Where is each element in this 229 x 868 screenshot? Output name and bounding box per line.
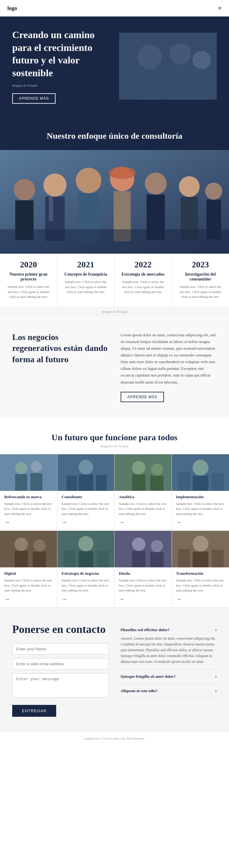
svg-rect-30 [0, 454, 57, 491]
svg-point-32 [31, 461, 42, 472]
faq-question-1[interactable]: Quisque fringilla sit amet dolor? › [121, 674, 217, 679]
service-title-7: Transformación [176, 571, 225, 576]
svg-point-8 [194, 45, 209, 60]
svg-rect-0 [119, 33, 217, 100]
navbar: logo ≡ [0, 0, 229, 17]
svg-point-21 [109, 167, 136, 179]
svg-rect-59 [96, 551, 109, 567]
service-title-2: Analítica [119, 495, 167, 499]
service-title-5: Estrategia de negocios [62, 571, 110, 576]
svg-point-42 [151, 463, 163, 476]
service-desc-0: Sample text. Click to select the text bo… [4, 501, 53, 517]
approach-freepik: Imagen de Freepik [0, 307, 229, 316]
faq-chevron-0: › [215, 627, 217, 632]
svg-point-27 [205, 183, 222, 200]
svg-point-6 [172, 41, 189, 58]
service-arrow-2[interactable]: → [119, 519, 124, 526]
svg-rect-9 [194, 60, 209, 86]
svg-rect-57 [79, 551, 93, 567]
svg-rect-38 [66, 476, 77, 491]
contact-email-input[interactable] [12, 658, 108, 670]
service-arrow-1[interactable]: → [62, 519, 67, 526]
svg-point-61 [132, 537, 146, 551]
service-desc-6: Sample text. Click to select the text bo… [119, 578, 167, 593]
svg-point-15 [44, 174, 66, 197]
timeline-cards: 2020 Nuestro primer gran proyecto Sample… [0, 254, 229, 307]
svg-point-4 [151, 43, 166, 59]
svg-rect-64 [150, 552, 164, 567]
timeline-card-0: 2020 Nuestro primer gran proyecto Sample… [0, 254, 57, 307]
svg-rect-2 [131, 61, 144, 85]
card-title-3: Investigación del consumidor [177, 272, 224, 282]
service-arrow-0[interactable]: → [4, 519, 10, 526]
year-0: 2020 [5, 260, 52, 270]
svg-point-13 [14, 179, 35, 200]
faq-question-text-2: Aliquam at sem odio? [121, 688, 158, 693]
svg-rect-47 [192, 476, 208, 491]
service-arrow-7[interactable]: → [176, 596, 182, 602]
service-cell-7: Transformación Sample text. Click to sel… [172, 531, 229, 608]
faq-question-text-1: Quisque fringilla sit amet dolor? [121, 674, 176, 679]
service-title-4: Digital [4, 571, 53, 576]
svg-rect-44 [150, 476, 164, 491]
svg-point-66 [192, 536, 208, 552]
hero-heading: Creando un camino para el crecimiento fu… [12, 29, 115, 79]
card-title-2: Estrategia de mercadeo [119, 272, 167, 277]
service-cell-6: Diseño Sample text. Click to select the … [115, 531, 172, 608]
service-arrow-6[interactable]: → [119, 596, 124, 602]
regen-cta-button[interactable]: APRENDE MÁS [121, 392, 164, 402]
svg-point-36 [79, 460, 93, 474]
year-3: 2023 [177, 260, 224, 270]
approach-section: Nuestro enfoque único de consultoría [0, 116, 229, 316]
svg-rect-69 [211, 550, 224, 567]
regen-body: Lorem ipsum dolor sit amet, consectetur … [121, 332, 217, 386]
hamburger-icon[interactable]: ≡ [218, 4, 222, 12]
submit-button[interactable]: ENTREGAR [12, 705, 56, 717]
hero-section: Creando un camino para el crecimiento fu… [0, 17, 229, 116]
contact-message-input[interactable] [12, 673, 108, 698]
hero-freepik-label: Imagen de Freepik [12, 84, 115, 87]
service-img-2 [115, 454, 172, 491]
svg-rect-50 [0, 531, 57, 567]
service-title-3: Implementación [176, 495, 225, 499]
svg-rect-67 [192, 552, 208, 567]
contact-heading: Ponerse en contacto [12, 623, 108, 636]
contact-section: Ponerse en contacto ENTREGAR Phasellus s… [0, 608, 229, 732]
svg-rect-48 [178, 472, 190, 491]
year-1: 2021 [62, 260, 110, 270]
hero-text: Creando un camino para el crecimiento fu… [12, 29, 115, 104]
future-freepik: Imágenes de Freepik [0, 444, 229, 448]
service-img-7 [172, 531, 229, 567]
svg-rect-7 [172, 58, 189, 85]
future-heading: Un futuro que funcione para todos [0, 433, 229, 444]
svg-point-31 [15, 462, 27, 474]
card-title-1: Concepto de franquicia [62, 272, 110, 277]
hero-image [115, 33, 217, 100]
svg-rect-63 [132, 551, 146, 567]
svg-rect-37 [79, 474, 93, 491]
service-img-3 [172, 454, 229, 491]
service-arrow-4[interactable]: → [4, 596, 10, 602]
service-arrow-5[interactable]: → [62, 596, 67, 602]
service-desc-3: Sample text. Click to select the text bo… [176, 501, 225, 517]
faq-question-0[interactable]: Phasellus sed efficitur dolor? › [121, 627, 217, 632]
contact-name-input[interactable] [12, 643, 108, 655]
hero-photo [119, 33, 217, 100]
svg-rect-11 [179, 58, 181, 70]
svg-point-51 [15, 537, 28, 551]
svg-rect-43 [132, 474, 146, 491]
future-section: Un futuro que funcione para todos Imágen… [0, 417, 229, 608]
service-desc-4: Sample text. Click to select the text bo… [4, 578, 53, 593]
service-arrow-3[interactable]: → [176, 519, 182, 526]
svg-rect-54 [33, 552, 46, 567]
svg-rect-39 [96, 475, 107, 491]
svg-rect-58 [63, 550, 76, 567]
hero-cta-button[interactable]: APRENDE MÁS [12, 93, 56, 104]
contact-left: Ponerse en contacto ENTREGAR [12, 623, 108, 717]
svg-rect-29 [0, 229, 229, 254]
service-desc-1: Sample text. Click to select the text bo… [62, 501, 110, 517]
service-title-6: Diseño [119, 571, 167, 576]
svg-point-46 [192, 460, 208, 476]
service-img-5 [57, 531, 115, 567]
faq-question-2[interactable]: Aliquam at sem odio? › [121, 688, 217, 693]
